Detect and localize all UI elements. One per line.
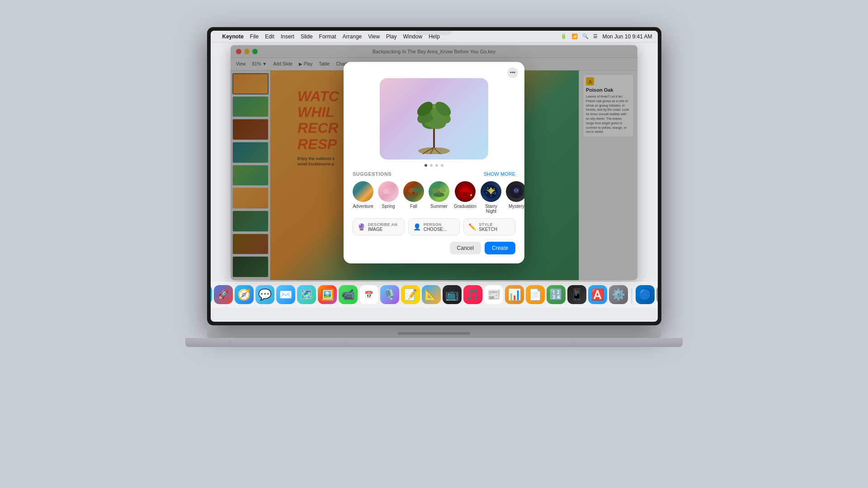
suggestion-spring-icon bbox=[378, 181, 399, 202]
dock-photos[interactable]: 🖼️ bbox=[318, 285, 337, 304]
suggestions-section: SUGGESTIONS SHOW MORE Adventure bbox=[344, 171, 524, 214]
dock-tv[interactable]: 📺 bbox=[443, 285, 462, 304]
dock-messages[interactable]: 💬 bbox=[255, 285, 274, 304]
suggestion-graduation[interactable]: Graduation bbox=[454, 181, 476, 214]
suggestion-starry-night[interactable]: Starry Night bbox=[481, 181, 501, 214]
suggestion-spring-label: Spring bbox=[382, 204, 395, 209]
suggestions-grid: Adventure bbox=[353, 181, 515, 214]
macbook-hinge-notch bbox=[398, 332, 470, 335]
control-center-icon[interactable]: ☰ bbox=[593, 33, 598, 39]
suggestion-starry-night-icon bbox=[481, 181, 501, 202]
macbook-bottom bbox=[207, 325, 661, 338]
menu-insert[interactable]: Insert bbox=[281, 33, 294, 40]
dot-4[interactable] bbox=[441, 164, 443, 167]
menu-format[interactable]: Format bbox=[319, 33, 336, 40]
dock-divider bbox=[632, 288, 632, 304]
suggestion-fall-label: Fall bbox=[410, 204, 417, 209]
style-value: SKETCH bbox=[479, 227, 497, 232]
menu-arrange[interactable]: Arrange bbox=[343, 33, 362, 40]
menu-edit[interactable]: Edit bbox=[265, 33, 274, 40]
create-button[interactable]: Create bbox=[485, 242, 515, 254]
dock-safari[interactable]: 🧭 bbox=[235, 285, 254, 304]
suggestion-graduation-label: Graduation bbox=[454, 204, 476, 209]
menu-bar: Keynote File Edit Insert Slide Format Ar… bbox=[211, 31, 658, 42]
menu-file[interactable]: File bbox=[250, 33, 259, 40]
suggestion-adventure-icon bbox=[353, 181, 373, 202]
dock-mail[interactable]: ✉️ bbox=[276, 285, 295, 304]
suggestion-mystery[interactable]: Mystery bbox=[506, 181, 524, 214]
dock-calendar[interactable]: 📅 bbox=[359, 285, 378, 304]
more-options-button[interactable]: ••• bbox=[507, 67, 518, 78]
image-dots-indicator bbox=[344, 164, 524, 167]
menu-datetime: Mon Jun 10 9:41 AM bbox=[602, 33, 652, 40]
describe-image-text: DESCRIBE AN IMAGE bbox=[368, 222, 397, 232]
describe-image-option[interactable]: 🔮 DESCRIBE AN IMAGE bbox=[353, 218, 405, 235]
svg-point-27 bbox=[495, 193, 496, 194]
suggestion-fall[interactable]: Fall bbox=[403, 181, 424, 214]
dock-keynote[interactable]: 📊 bbox=[505, 285, 524, 304]
suggestion-summer[interactable]: Summer bbox=[429, 181, 449, 214]
dock-finder[interactable]: 😊 bbox=[211, 285, 212, 304]
person-choose-text: PERSON CHOOSE... bbox=[424, 222, 447, 232]
style-label: STYLE bbox=[479, 222, 497, 227]
keynote-window: Backpacking In The Bay Area_Know Before … bbox=[231, 45, 637, 280]
suggestion-summer-label: Summer bbox=[430, 204, 448, 209]
menu-help[interactable]: Help bbox=[429, 33, 440, 40]
dock-siri[interactable]: 🎙️ bbox=[380, 285, 399, 304]
menu-view[interactable]: View bbox=[368, 33, 380, 40]
search-icon[interactable]: 🔍 bbox=[582, 33, 589, 39]
suggestion-fall-icon bbox=[403, 181, 424, 202]
dialog-header: ••• bbox=[344, 62, 524, 78]
menu-slide[interactable]: Slide bbox=[301, 33, 313, 40]
screen-bezel: Keynote File Edit Insert Slide Format Ar… bbox=[207, 27, 661, 325]
app-name[interactable]: Keynote bbox=[222, 33, 244, 40]
ai-image-preview bbox=[380, 78, 488, 160]
suggestion-mystery-label: Mystery bbox=[509, 204, 524, 209]
suggestion-graduation-icon bbox=[455, 181, 476, 202]
person-choose-option[interactable]: 👤 PERSON CHOOSE... bbox=[408, 218, 460, 235]
style-text: STYLE SKETCH bbox=[479, 222, 497, 232]
suggestions-header: SUGGESTIONS SHOW MORE bbox=[353, 171, 515, 177]
suggestion-spring[interactable]: Spring bbox=[378, 181, 399, 214]
dock-numbers[interactable]: 🔢 bbox=[547, 285, 566, 304]
menu-window[interactable]: Window bbox=[403, 33, 422, 40]
plant-illustration-svg bbox=[402, 84, 466, 154]
dock-news[interactable]: 📰 bbox=[484, 285, 503, 304]
describe-image-icon: 🔮 bbox=[358, 223, 365, 230]
dock-music[interactable]: 🎵 bbox=[463, 285, 482, 304]
dot-3[interactable] bbox=[435, 164, 438, 167]
suggestion-adventure[interactable]: Adventure bbox=[353, 181, 373, 214]
style-option[interactable]: ✏️ STYLE SKETCH bbox=[463, 218, 515, 235]
dock-launchpad[interactable]: 🚀 bbox=[214, 285, 233, 304]
image-preview-container bbox=[344, 78, 524, 160]
dock-freeform[interactable]: 📐 bbox=[422, 285, 441, 304]
menu-bar-left: Keynote File Edit Insert Slide Format Ar… bbox=[216, 33, 440, 40]
dock-notes[interactable]: 📝 bbox=[401, 285, 420, 304]
svg-point-28 bbox=[491, 196, 492, 197]
dialog-buttons: Cancel Create bbox=[344, 235, 524, 254]
svg-point-7 bbox=[418, 147, 450, 154]
person-label: PERSON bbox=[424, 222, 447, 227]
dock-area: 😊 🚀 🧭 💬 ✉️ 🗺️ 🖼️ 📹 📅 🎙️ 📝 📐 📺 🎵 📰 📊 bbox=[211, 282, 658, 313]
dot-1[interactable] bbox=[425, 164, 427, 167]
person-choose-icon: 👤 bbox=[413, 223, 421, 230]
suggestion-starry-night-label: Starry Night bbox=[481, 204, 501, 214]
svg-point-10 bbox=[388, 189, 393, 194]
dock-mirror[interactable]: 📱 bbox=[567, 285, 586, 304]
dock-pages[interactable]: 📄 bbox=[526, 285, 545, 304]
dock-trash[interactable]: 🗑️ bbox=[656, 285, 658, 304]
dock-maps[interactable]: 🗺️ bbox=[297, 285, 316, 304]
show-more-button[interactable]: SHOW MORE bbox=[484, 171, 515, 177]
menu-play[interactable]: Play bbox=[386, 33, 396, 40]
dock: 😊 🚀 🧭 💬 ✉️ 🗺️ 🖼️ 📹 📅 🎙️ 📝 📐 📺 🎵 📰 📊 bbox=[211, 282, 658, 307]
describe-image-value: IMAGE bbox=[368, 227, 397, 232]
svg-rect-20 bbox=[463, 192, 467, 196]
dock-appstore[interactable]: 🅰️ bbox=[588, 285, 607, 304]
dock-proxyman[interactable]: 🔵 bbox=[636, 285, 655, 304]
dot-2[interactable] bbox=[430, 164, 433, 167]
svg-point-32 bbox=[517, 190, 519, 191]
cancel-button[interactable]: Cancel bbox=[450, 242, 481, 254]
dock-facetime[interactable]: 📹 bbox=[339, 285, 358, 304]
dock-system-prefs[interactable]: ⚙️ bbox=[609, 285, 628, 304]
svg-point-22 bbox=[470, 194, 472, 196]
